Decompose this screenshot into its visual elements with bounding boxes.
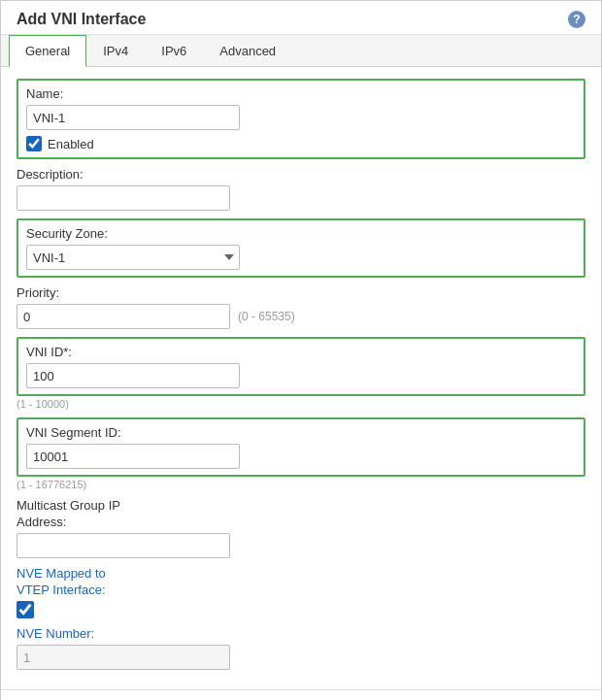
multicast-group: Multicast Group IP Address: bbox=[17, 498, 585, 558]
nve-number-input[interactable] bbox=[17, 645, 230, 670]
tab-advanced[interactable]: Advanced bbox=[203, 35, 292, 67]
security-zone-group: Security Zone: VNI-1 bbox=[17, 218, 585, 278]
priority-hint: (0 - 65535) bbox=[238, 310, 295, 323]
nve-checkbox-row bbox=[17, 601, 585, 618]
description-input[interactable] bbox=[17, 185, 230, 211]
description-label: Description: bbox=[17, 167, 585, 182]
dialog-header: Add VNI Interface ? bbox=[1, 1, 601, 35]
tab-ipv6[interactable]: IPv6 bbox=[145, 35, 203, 67]
nve-number-label: NVE Number: bbox=[17, 626, 585, 641]
help-icon[interactable]: ? bbox=[568, 11, 585, 28]
security-zone-select[interactable]: VNI-1 bbox=[26, 245, 240, 270]
description-group: Description: bbox=[17, 167, 585, 211]
vni-segment-id-group: VNI Segment ID: bbox=[17, 417, 585, 477]
vni-segment-id-label: VNI Segment ID: bbox=[26, 425, 576, 440]
name-group: Name: Enabled bbox=[17, 79, 585, 159]
priority-label: Priority: bbox=[17, 285, 585, 300]
name-input[interactable] bbox=[26, 105, 240, 130]
dialog-title: Add VNI Interface bbox=[17, 11, 146, 28]
vni-id-input[interactable] bbox=[26, 363, 240, 388]
name-label: Name: bbox=[26, 86, 576, 101]
nve-mapped-label-1: NVE Mapped to bbox=[17, 566, 585, 581]
nve-checkbox[interactable] bbox=[17, 601, 34, 618]
tab-general[interactable]: General bbox=[9, 35, 86, 67]
add-vni-dialog: Add VNI Interface ? General IPv4 IPv6 Ad… bbox=[0, 0, 602, 700]
nve-mapped-group: NVE Mapped to VTEP Interface: bbox=[17, 566, 585, 618]
multicast-label-1: Multicast Group IP bbox=[17, 498, 585, 513]
tab-ipv4[interactable]: IPv4 bbox=[86, 35, 145, 67]
enabled-checkbox[interactable] bbox=[26, 136, 42, 151]
vni-id-hint: (1 - 10000) bbox=[17, 398, 585, 410]
form-body: Name: Enabled Description: Security Zone… bbox=[1, 67, 601, 689]
vni-id-label: VNI ID*: bbox=[26, 345, 576, 359]
tabs-bar: General IPv4 IPv6 Advanced bbox=[1, 35, 601, 67]
multicast-group-input[interactable] bbox=[17, 533, 230, 558]
security-zone-label: Security Zone: bbox=[26, 226, 576, 241]
nve-number-group: NVE Number: bbox=[17, 626, 585, 670]
vni-segment-id-hint: (1 - 16776215) bbox=[17, 479, 585, 490]
multicast-label-2: Address: bbox=[17, 515, 585, 529]
security-zone-select-wrap: VNI-1 bbox=[26, 245, 240, 270]
priority-input[interactable] bbox=[17, 304, 230, 329]
enabled-label: Enabled bbox=[48, 137, 94, 151]
nve-mapped-label-2: VTEP Interface: bbox=[17, 583, 585, 597]
vni-id-group: VNI ID*: bbox=[17, 337, 585, 396]
priority-row: (0 - 65535) bbox=[17, 304, 585, 329]
priority-group: Priority: (0 - 65535) bbox=[17, 285, 585, 329]
dialog-footer: Cancel OK bbox=[1, 689, 601, 700]
enabled-row: Enabled bbox=[26, 136, 576, 151]
vni-segment-id-input[interactable] bbox=[26, 444, 240, 469]
